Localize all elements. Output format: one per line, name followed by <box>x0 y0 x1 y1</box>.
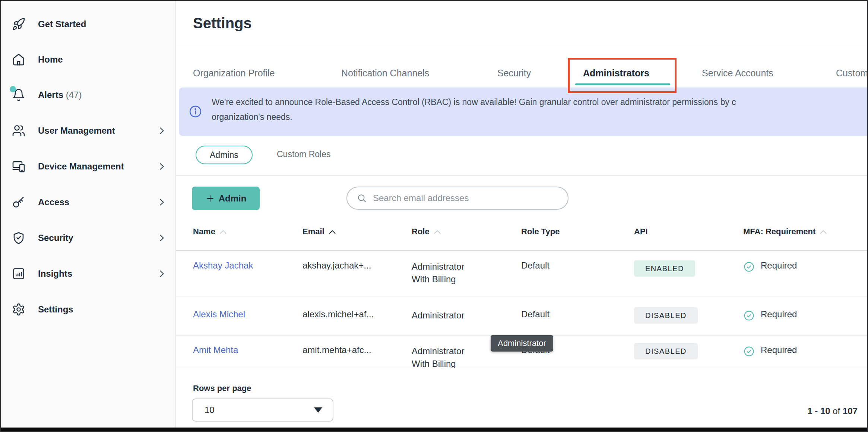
tab-security[interactable]: Security <box>497 68 531 79</box>
api-status-badge: DISABLED <box>634 343 698 359</box>
column-header-name[interactable]: Name <box>193 227 227 236</box>
sort-caret-icon <box>219 229 227 235</box>
tab-service-accounts[interactable]: Service Accounts <box>702 68 773 79</box>
rbac-info-banner: We're excited to announce Role-Based Acc… <box>179 88 868 136</box>
sidebar-item-label: Insights <box>38 269 72 279</box>
sidebar-item-insights[interactable]: Insights <box>1 262 176 286</box>
sidebar-item-alerts[interactable]: Alerts (47) <box>1 83 176 107</box>
mfa-requirement: Required <box>761 309 797 320</box>
column-header-role-type[interactable]: Role Type <box>521 227 560 236</box>
app-window: Get Started Home Alerts (47) User Manage… <box>0 0 868 432</box>
role-tooltip-text: Administrator <box>498 339 546 348</box>
sort-caret-icon <box>819 229 827 235</box>
admin-name-link[interactable]: Akshay Jachak <box>193 260 253 271</box>
divider <box>176 175 868 176</box>
info-icon <box>189 105 202 118</box>
pagination-status: 1 - 10 of 107 <box>807 406 858 416</box>
sidebar: Get Started Home Alerts (47) User Manage… <box>1 1 176 428</box>
search-input[interactable] <box>373 193 552 203</box>
subtab-admins[interactable]: Admins <box>196 146 253 164</box>
add-admin-label: Admin <box>219 193 247 204</box>
chevron-right-icon <box>156 126 167 136</box>
shield-check-icon <box>12 231 25 245</box>
sidebar-item-security[interactable]: Security <box>1 226 176 250</box>
tab-notification-channels[interactable]: Notification Channels <box>341 68 429 79</box>
highlight-annotation-box <box>568 58 677 93</box>
search-icon <box>357 193 367 203</box>
users-icon <box>12 124 25 137</box>
bottom-taskbar <box>1 428 867 431</box>
sidebar-item-label: Home <box>38 54 63 65</box>
rows-per-page-value: 10 <box>205 405 215 415</box>
sidebar-item-device-management[interactable]: Device Management <box>1 155 176 178</box>
admin-email: alexis.michel+af... <box>302 309 374 320</box>
key-icon <box>12 196 25 209</box>
tab-custom[interactable]: Custom <box>836 68 868 79</box>
banner-text-line2: organization's needs. <box>212 112 292 122</box>
sidebar-item-label: Device Management <box>38 161 124 172</box>
mfa-requirement: Required <box>761 345 797 355</box>
subtab-custom-roles[interactable]: Custom Roles <box>277 149 330 159</box>
sidebar-item-access[interactable]: Access <box>1 190 176 214</box>
api-status-badge: DISABLED <box>634 307 698 324</box>
sidebar-item-label: Access <box>38 197 69 207</box>
check-circle-icon <box>743 261 755 273</box>
column-header-api[interactable]: API <box>634 227 648 236</box>
divider <box>176 45 868 45</box>
chevron-right-icon <box>156 269 167 279</box>
admin-name-link[interactable]: Amit Mehta <box>193 345 238 355</box>
sidebar-item-label: User Management <box>38 126 115 136</box>
alerts-count: (47) <box>66 90 82 100</box>
sort-caret-icon-active <box>328 229 336 235</box>
sidebar-item-label: Security <box>38 233 73 243</box>
admin-role-type: Default <box>521 260 549 271</box>
mfa-requirement: Required <box>761 260 797 271</box>
chevron-right-icon <box>156 233 167 243</box>
api-status-badge: ENABLED <box>634 260 695 277</box>
sidebar-item-home[interactable]: Home <box>1 48 176 72</box>
sidebar-item-user-management[interactable]: User Management <box>1 119 176 143</box>
chevron-right-icon <box>156 161 167 172</box>
sidebar-item-get-started[interactable]: Get Started <box>1 12 176 36</box>
check-circle-icon <box>743 310 755 321</box>
column-header-role[interactable]: Role <box>412 227 441 236</box>
subtab-admins-label: Admins <box>210 150 238 160</box>
sort-caret-icon <box>433 229 441 235</box>
gear-icon <box>12 303 25 316</box>
admin-role: Administrator With Billing <box>412 345 482 368</box>
admin-role-type: Default <box>521 309 549 320</box>
search-box[interactable] <box>346 187 568 210</box>
clipped-role-cell: Administrator With Billing <box>412 345 486 368</box>
page-title: Settings <box>193 15 252 32</box>
chevron-right-icon <box>156 197 167 207</box>
sidebar-item-settings[interactable]: Settings <box>1 298 176 321</box>
column-header-mfa[interactable]: MFA: Requirement <box>743 227 827 236</box>
column-header-email[interactable]: Email <box>302 227 336 236</box>
admin-email: akshay.jachak+... <box>302 260 371 271</box>
sidebar-item-label: Settings <box>38 304 73 315</box>
main-content: Settings Organization Profile Notificati… <box>176 1 868 428</box>
rows-per-page-select[interactable]: 10 <box>192 398 333 422</box>
admin-email: amit.mehta+afc... <box>302 345 371 355</box>
divider <box>176 368 868 368</box>
dropdown-caret-icon <box>314 407 322 413</box>
divider <box>176 296 868 296</box>
admin-role: Administrator <box>412 309 482 322</box>
banner-text-line1: We're excited to announce Role-Based Acc… <box>212 97 736 107</box>
rocket-icon <box>12 18 25 31</box>
plus-icon <box>205 194 215 203</box>
insights-chart-icon <box>12 267 25 280</box>
sidebar-item-label: Alerts <box>38 90 63 100</box>
devices-icon <box>12 160 25 173</box>
pagination-total: 107 <box>843 406 858 416</box>
divider <box>176 250 868 251</box>
tab-organization-profile[interactable]: Organization Profile <box>193 68 275 79</box>
role-tooltip: Administrator <box>491 335 553 352</box>
check-circle-icon <box>743 346 755 357</box>
alerts-notification-dot <box>10 86 16 92</box>
add-admin-button[interactable]: Admin <box>192 187 260 210</box>
admin-name-link[interactable]: Alexis Michel <box>193 309 245 320</box>
rows-per-page-label: Rows per page <box>193 384 251 393</box>
pagination-range: 1 - 10 <box>807 406 830 416</box>
admin-role: Administrator With Billing <box>412 260 482 286</box>
